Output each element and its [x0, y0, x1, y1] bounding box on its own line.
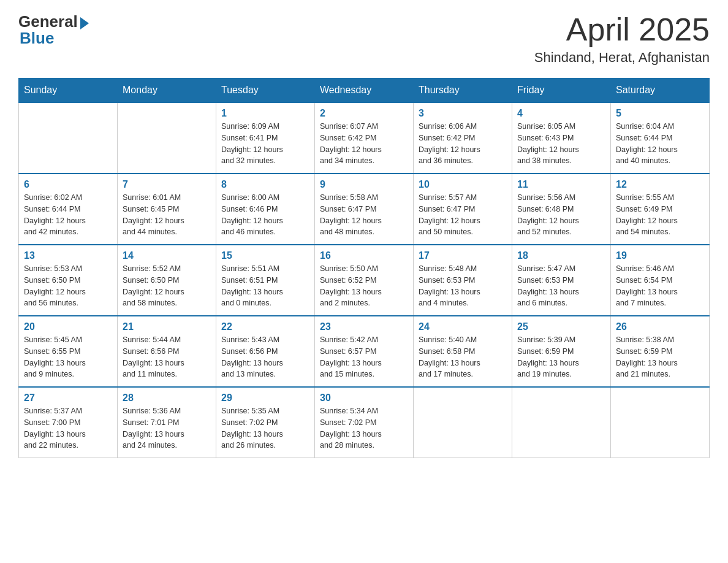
calendar-day-cell: 12Sunrise: 5:55 AM Sunset: 6:49 PM Dayli…: [611, 174, 710, 245]
calendar-day-cell: [414, 387, 512, 458]
day-number: 30: [320, 393, 408, 404]
day-info: Sunrise: 5:47 AM Sunset: 6:53 PM Dayligh…: [517, 263, 605, 309]
day-number: 3: [419, 108, 507, 119]
calendar-day-cell: 19Sunrise: 5:46 AM Sunset: 6:54 PM Dayli…: [611, 245, 710, 316]
day-number: 20: [24, 321, 112, 332]
logo-blue-text: Blue: [18, 29, 54, 48]
day-number: 15: [221, 250, 309, 261]
calendar-day-cell: 24Sunrise: 5:40 AM Sunset: 6:58 PM Dayli…: [414, 316, 512, 387]
calendar-header-row: SundayMondayTuesdayWednesdayThursdayFrid…: [19, 79, 710, 103]
calendar-day-cell: 27Sunrise: 5:37 AM Sunset: 7:00 PM Dayli…: [19, 387, 118, 458]
day-number: 24: [419, 321, 507, 332]
calendar-week-row: 13Sunrise: 5:53 AM Sunset: 6:50 PM Dayli…: [19, 245, 710, 316]
day-info: Sunrise: 5:37 AM Sunset: 7:00 PM Dayligh…: [24, 405, 112, 451]
title-block: April 2025 Shindand, Herat, Afghanistan: [534, 12, 710, 66]
day-info: Sunrise: 6:06 AM Sunset: 6:42 PM Dayligh…: [419, 121, 507, 167]
day-info: Sunrise: 5:51 AM Sunset: 6:51 PM Dayligh…: [221, 263, 309, 309]
day-number: 2: [320, 108, 408, 119]
day-info: Sunrise: 6:00 AM Sunset: 6:46 PM Dayligh…: [221, 192, 309, 238]
day-info: Sunrise: 5:52 AM Sunset: 6:50 PM Dayligh…: [123, 263, 211, 309]
calendar-day-cell: [611, 387, 710, 458]
page-header: General Blue April 2025 Shindand, Herat,…: [18, 12, 710, 66]
calendar-day-cell: 23Sunrise: 5:42 AM Sunset: 6:57 PM Dayli…: [315, 316, 414, 387]
day-info: Sunrise: 5:46 AM Sunset: 6:54 PM Dayligh…: [616, 263, 704, 309]
calendar-week-row: 1Sunrise: 6:09 AM Sunset: 6:41 PM Daylig…: [19, 102, 710, 174]
calendar-day-cell: 10Sunrise: 5:57 AM Sunset: 6:47 PM Dayli…: [414, 174, 512, 245]
day-number: 11: [517, 179, 605, 190]
day-number: 25: [517, 321, 605, 332]
day-info: Sunrise: 5:36 AM Sunset: 7:01 PM Dayligh…: [123, 405, 211, 451]
day-info: Sunrise: 6:02 AM Sunset: 6:44 PM Dayligh…: [24, 192, 112, 238]
day-number: 23: [320, 321, 408, 332]
logo: General Blue: [18, 12, 89, 48]
day-number: 28: [123, 393, 211, 404]
calendar-week-row: 20Sunrise: 5:45 AM Sunset: 6:55 PM Dayli…: [19, 316, 710, 387]
day-number: 7: [123, 179, 211, 190]
calendar-day-cell: 3Sunrise: 6:06 AM Sunset: 6:42 PM Daylig…: [414, 102, 512, 174]
day-number: 12: [616, 179, 704, 190]
day-info: Sunrise: 5:43 AM Sunset: 6:56 PM Dayligh…: [221, 334, 309, 380]
calendar-day-cell: 29Sunrise: 5:35 AM Sunset: 7:02 PM Dayli…: [216, 387, 315, 458]
calendar-location: Shindand, Herat, Afghanistan: [534, 50, 710, 66]
day-info: Sunrise: 5:45 AM Sunset: 6:55 PM Dayligh…: [24, 334, 112, 380]
calendar-week-row: 6Sunrise: 6:02 AM Sunset: 6:44 PM Daylig…: [19, 174, 710, 245]
day-of-week-header: Friday: [512, 79, 611, 103]
day-of-week-header: Tuesday: [216, 79, 315, 103]
calendar-day-cell: 9Sunrise: 5:58 AM Sunset: 6:47 PM Daylig…: [315, 174, 414, 245]
day-of-week-header: Thursday: [414, 79, 512, 103]
calendar-week-row: 27Sunrise: 5:37 AM Sunset: 7:00 PM Dayli…: [19, 387, 710, 458]
day-number: 22: [221, 321, 309, 332]
logo-arrow-icon: [80, 17, 89, 29]
calendar-day-cell: 25Sunrise: 5:39 AM Sunset: 6:59 PM Dayli…: [512, 316, 611, 387]
calendar-day-cell: 11Sunrise: 5:56 AM Sunset: 6:48 PM Dayli…: [512, 174, 611, 245]
day-number: 5: [616, 108, 704, 119]
day-number: 9: [320, 179, 408, 190]
day-number: 29: [221, 393, 309, 404]
day-number: 13: [24, 250, 112, 261]
day-info: Sunrise: 6:07 AM Sunset: 6:42 PM Dayligh…: [320, 121, 408, 167]
calendar-day-cell: 21Sunrise: 5:44 AM Sunset: 6:56 PM Dayli…: [118, 316, 216, 387]
calendar-day-cell: 16Sunrise: 5:50 AM Sunset: 6:52 PM Dayli…: [315, 245, 414, 316]
calendar-day-cell: 28Sunrise: 5:36 AM Sunset: 7:01 PM Dayli…: [118, 387, 216, 458]
calendar-day-cell: 14Sunrise: 5:52 AM Sunset: 6:50 PM Dayli…: [118, 245, 216, 316]
calendar-day-cell: 1Sunrise: 6:09 AM Sunset: 6:41 PM Daylig…: [216, 102, 315, 174]
day-number: 26: [616, 321, 704, 332]
day-info: Sunrise: 5:42 AM Sunset: 6:57 PM Dayligh…: [320, 334, 408, 380]
day-number: 27: [24, 393, 112, 404]
day-info: Sunrise: 5:38 AM Sunset: 6:59 PM Dayligh…: [616, 334, 704, 380]
calendar-day-cell: 2Sunrise: 6:07 AM Sunset: 6:42 PM Daylig…: [315, 102, 414, 174]
day-info: Sunrise: 5:39 AM Sunset: 6:59 PM Dayligh…: [517, 334, 605, 380]
calendar-day-cell: [512, 387, 611, 458]
calendar-day-cell: 15Sunrise: 5:51 AM Sunset: 6:51 PM Dayli…: [216, 245, 315, 316]
day-info: Sunrise: 5:44 AM Sunset: 6:56 PM Dayligh…: [123, 334, 211, 380]
calendar-table: SundayMondayTuesdayWednesdayThursdayFrid…: [18, 78, 710, 458]
day-info: Sunrise: 5:34 AM Sunset: 7:02 PM Dayligh…: [320, 405, 408, 451]
calendar-day-cell: 13Sunrise: 5:53 AM Sunset: 6:50 PM Dayli…: [19, 245, 118, 316]
calendar-day-cell: 4Sunrise: 6:05 AM Sunset: 6:43 PM Daylig…: [512, 102, 611, 174]
day-number: 16: [320, 250, 408, 261]
calendar-day-cell: 17Sunrise: 5:48 AM Sunset: 6:53 PM Dayli…: [414, 245, 512, 316]
day-info: Sunrise: 5:57 AM Sunset: 6:47 PM Dayligh…: [419, 192, 507, 238]
day-info: Sunrise: 5:56 AM Sunset: 6:48 PM Dayligh…: [517, 192, 605, 238]
day-number: 4: [517, 108, 605, 119]
day-number: 19: [616, 250, 704, 261]
day-of-week-header: Monday: [118, 79, 216, 103]
day-info: Sunrise: 5:40 AM Sunset: 6:58 PM Dayligh…: [419, 334, 507, 380]
day-of-week-header: Saturday: [611, 79, 710, 103]
calendar-day-cell: 7Sunrise: 6:01 AM Sunset: 6:45 PM Daylig…: [118, 174, 216, 245]
calendar-day-cell: 22Sunrise: 5:43 AM Sunset: 6:56 PM Dayli…: [216, 316, 315, 387]
day-of-week-header: Wednesday: [315, 79, 414, 103]
day-info: Sunrise: 5:55 AM Sunset: 6:49 PM Dayligh…: [616, 192, 704, 238]
day-info: Sunrise: 6:09 AM Sunset: 6:41 PM Dayligh…: [221, 121, 309, 167]
day-number: 1: [221, 108, 309, 119]
day-info: Sunrise: 5:50 AM Sunset: 6:52 PM Dayligh…: [320, 263, 408, 309]
day-info: Sunrise: 6:04 AM Sunset: 6:44 PM Dayligh…: [616, 121, 704, 167]
day-number: 8: [221, 179, 309, 190]
calendar-day-cell: [118, 102, 216, 174]
calendar-day-cell: 26Sunrise: 5:38 AM Sunset: 6:59 PM Dayli…: [611, 316, 710, 387]
day-number: 14: [123, 250, 211, 261]
calendar-day-cell: 8Sunrise: 6:00 AM Sunset: 6:46 PM Daylig…: [216, 174, 315, 245]
calendar-day-cell: 5Sunrise: 6:04 AM Sunset: 6:44 PM Daylig…: [611, 102, 710, 174]
day-of-week-header: Sunday: [19, 79, 118, 103]
calendar-day-cell: [19, 102, 118, 174]
